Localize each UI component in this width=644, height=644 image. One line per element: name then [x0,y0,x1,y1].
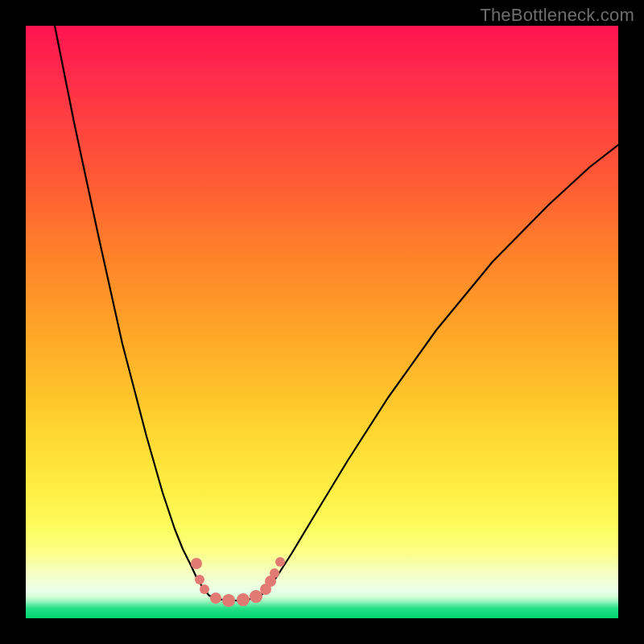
valley-marker [191,558,202,569]
v-curve [52,10,618,601]
valley-markers [191,557,285,607]
valley-marker [210,592,221,604]
valley-marker [237,593,250,606]
valley-marker [270,568,279,578]
valley-marker [275,557,285,567]
valley-marker [250,590,262,603]
watermark-text: TheBottleneck.com [480,5,634,26]
valley-marker [222,594,235,607]
valley-marker [200,584,209,594]
chart-stage: TheBottleneck.com [0,0,644,644]
curve-overlay [26,26,618,618]
valley-marker [195,575,204,584]
